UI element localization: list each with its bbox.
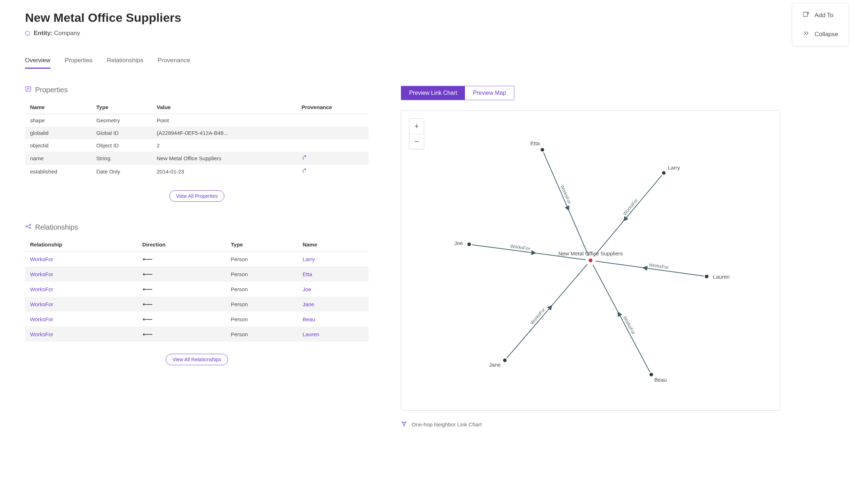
rel-type: Person bbox=[226, 251, 298, 267]
properties-col-name: Name bbox=[25, 101, 91, 114]
view-all-relationships-button[interactable]: View All Relationships bbox=[166, 354, 228, 365]
graph-node[interactable] bbox=[662, 171, 666, 175]
svg-text:WorksFor: WorksFor bbox=[559, 184, 572, 205]
rel-col-type: Type bbox=[226, 238, 298, 251]
zoom-controls: + − bbox=[409, 118, 424, 149]
graph-node-label: Larry bbox=[668, 165, 680, 171]
svg-line-10 bbox=[27, 225, 30, 226]
tab-overview[interactable]: Overview bbox=[25, 57, 50, 69]
rel-direction: ⟵ bbox=[137, 297, 226, 312]
properties-heading-text: Properties bbox=[35, 86, 68, 94]
svg-point-20 bbox=[404, 425, 405, 426]
tab-provenance[interactable]: Provenance bbox=[157, 57, 190, 69]
network-icon bbox=[401, 421, 407, 428]
rel-type: Person bbox=[226, 312, 298, 327]
graph-node[interactable] bbox=[467, 243, 471, 246]
tabs: OverviewPropertiesRelationshipsProvenanc… bbox=[25, 57, 834, 69]
relationship-row: WorksFor⟵PersonJoe bbox=[25, 282, 369, 297]
rel-name[interactable]: Lauren bbox=[297, 327, 369, 342]
rel-name[interactable]: Etta bbox=[297, 266, 369, 282]
arrow-left-icon: ⟵ bbox=[142, 270, 152, 278]
property-row: nameStringNew Metal Office Suppliers bbox=[25, 152, 369, 165]
arrow-left-icon: ⟵ bbox=[142, 315, 152, 323]
prop-type: String bbox=[91, 152, 152, 165]
rel-direction: ⟵ bbox=[137, 327, 226, 342]
graph-node-label: Lauren bbox=[713, 274, 730, 280]
rel-link[interactable]: WorksFor bbox=[25, 327, 137, 342]
rel-link[interactable]: WorksFor bbox=[25, 297, 137, 312]
prop-value: New Metal Office Suppliers bbox=[152, 152, 297, 165]
tab-properties[interactable]: Properties bbox=[65, 57, 92, 69]
prop-name: globalid bbox=[25, 127, 91, 139]
zoom-in-button[interactable]: + bbox=[409, 119, 424, 134]
graph-node[interactable] bbox=[705, 275, 708, 278]
rel-direction: ⟵ bbox=[137, 266, 226, 282]
add-to-label: Add To bbox=[815, 12, 834, 19]
rel-name[interactable]: Jane bbox=[297, 297, 369, 312]
prop-provenance[interactable] bbox=[297, 165, 369, 178]
rel-name[interactable]: Beau bbox=[297, 312, 369, 327]
rel-type: Person bbox=[226, 282, 298, 297]
link-chart-canvas[interactable]: + − WorksForWorksForWorksForWorksForWork… bbox=[401, 110, 780, 411]
graph-center-node[interactable] bbox=[588, 258, 593, 263]
graph-node-label: Jane bbox=[489, 362, 500, 368]
view-all-properties-button[interactable]: View All Properties bbox=[169, 190, 224, 202]
arrow-left-icon: ⟵ bbox=[142, 285, 152, 293]
collapse-label: Collapse bbox=[815, 31, 838, 38]
relationship-row: WorksFor⟵PersonLauren bbox=[25, 327, 369, 342]
property-row: shapeGeometryPoint bbox=[25, 114, 369, 127]
prop-name: name bbox=[25, 152, 91, 165]
zoom-out-button[interactable]: − bbox=[409, 134, 424, 149]
graph-node[interactable] bbox=[540, 148, 544, 152]
relationships-heading: Relationships bbox=[25, 223, 369, 231]
rel-link[interactable]: WorksFor bbox=[25, 312, 137, 327]
rel-type: Person bbox=[226, 266, 298, 282]
relationships-table: Relationship Direction Type Name WorksFo… bbox=[25, 238, 369, 342]
prop-value: 2014-01-23 bbox=[152, 165, 297, 178]
rel-name[interactable]: Joe bbox=[297, 282, 369, 297]
add-to-button[interactable]: Add To bbox=[792, 6, 848, 25]
add-to-icon bbox=[802, 11, 810, 20]
rel-direction: ⟵ bbox=[137, 312, 226, 327]
property-row: globalidGlobal ID{A228944F-0EF5-412A-B48… bbox=[25, 127, 369, 139]
rel-link[interactable]: WorksFor bbox=[25, 266, 137, 282]
arrow-left-icon: ⟵ bbox=[142, 330, 152, 338]
preview-link-chart-button[interactable]: Preview Link Chart bbox=[401, 86, 465, 100]
graph-node[interactable] bbox=[503, 358, 507, 362]
rel-name[interactable]: Larry bbox=[297, 251, 369, 267]
graph-node-label: Etta bbox=[530, 140, 540, 146]
rel-link[interactable]: WorksFor bbox=[25, 251, 137, 267]
prop-type: Object ID bbox=[91, 139, 152, 152]
preview-toggle: Preview Link Chart Preview Map bbox=[401, 86, 514, 100]
provenance-icon[interactable] bbox=[302, 169, 307, 175]
preview-map-button[interactable]: Preview Map bbox=[465, 86, 514, 100]
graph-node[interactable] bbox=[650, 373, 653, 376]
provenance-icon[interactable] bbox=[302, 156, 307, 162]
collapse-button[interactable]: Collapse bbox=[792, 25, 848, 44]
prop-value: Point bbox=[152, 114, 297, 127]
svg-line-11 bbox=[27, 227, 30, 228]
entity-type: Company bbox=[54, 30, 80, 36]
prop-provenance bbox=[297, 127, 369, 139]
properties-heading: Properties bbox=[25, 86, 369, 94]
prop-provenance[interactable] bbox=[297, 152, 369, 165]
svg-text:WorksFor: WorksFor bbox=[622, 197, 639, 216]
relationships-icon bbox=[25, 223, 31, 231]
relationship-row: WorksFor⟵PersonJane bbox=[25, 297, 369, 312]
prop-value: {A228944F-0EF5-412A-B48... bbox=[152, 127, 297, 139]
prop-type: Global ID bbox=[91, 127, 152, 139]
graph-center-label: New Metal Office Suppliers bbox=[558, 250, 623, 256]
rel-link[interactable]: WorksFor bbox=[25, 282, 137, 297]
graph-node-label: Joe bbox=[454, 240, 463, 246]
relationships-heading-text: Relationships bbox=[35, 223, 78, 231]
page-title: New Metal Office Suppliers bbox=[25, 11, 834, 25]
action-panel: Add To Collapse bbox=[792, 4, 848, 46]
prop-type: Geometry bbox=[91, 114, 152, 127]
property-row: establishedDate Only2014-01-23 bbox=[25, 165, 369, 178]
prop-value: 2 bbox=[152, 139, 297, 152]
prop-name: objectid bbox=[25, 139, 91, 152]
relationship-row: WorksFor⟵PersonEtta bbox=[25, 266, 369, 282]
rel-col-rel: Relationship bbox=[25, 238, 137, 251]
prop-name: established bbox=[25, 165, 91, 178]
tab-relationships[interactable]: Relationships bbox=[107, 57, 143, 69]
